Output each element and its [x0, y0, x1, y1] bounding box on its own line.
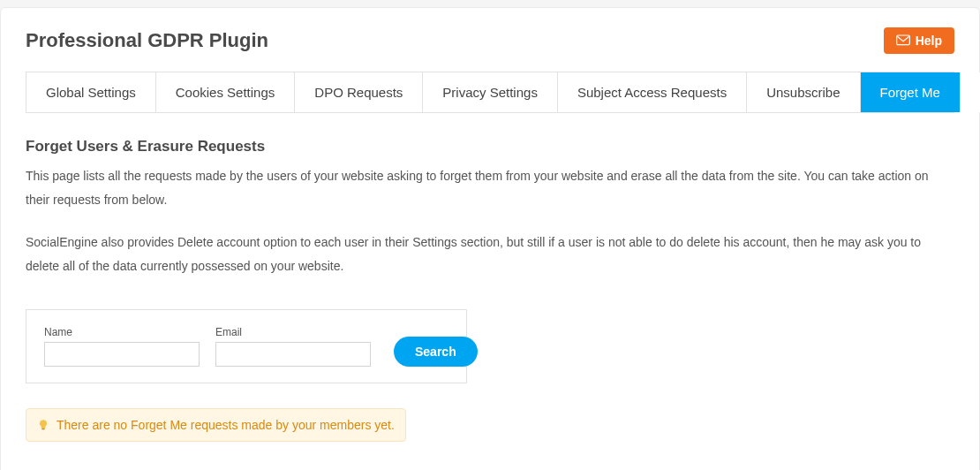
- svg-rect-0: [896, 35, 909, 45]
- tab-subject-access-requests[interactable]: Subject Access Requests: [558, 72, 747, 112]
- email-input[interactable]: [215, 342, 371, 367]
- tab-audit-log[interactable]: Audit Log: [961, 72, 980, 112]
- tab-bar: Global Settings Cookies Settings DPO Req…: [26, 72, 954, 113]
- tab-forget-me[interactable]: Forget Me: [861, 72, 961, 112]
- tab-cookies-settings[interactable]: Cookies Settings: [156, 72, 296, 112]
- gdpr-admin-panel: Professional GDPR Plugin Help Global Set…: [0, 7, 980, 470]
- name-field-wrapper: Name: [44, 326, 200, 367]
- search-filter-box: Name Email Search: [26, 309, 467, 383]
- header-row: Professional GDPR Plugin Help: [26, 27, 954, 54]
- svg-rect-1: [41, 428, 45, 429]
- lightbulb-icon: [37, 419, 49, 431]
- tab-global-settings[interactable]: Global Settings: [26, 72, 156, 112]
- mail-icon: [896, 34, 910, 47]
- name-input[interactable]: [44, 342, 200, 367]
- email-label: Email: [215, 326, 371, 338]
- tab-unsubscribe[interactable]: Unsubscribe: [747, 72, 860, 112]
- search-button[interactable]: Search: [394, 337, 478, 367]
- tab-privacy-settings[interactable]: Privacy Settings: [423, 72, 558, 112]
- section-title: Forget Users & Erasure Requests: [26, 138, 954, 155]
- section-description-2: SocialEngine also provides Delete accoun…: [26, 231, 954, 277]
- help-button[interactable]: Help: [884, 27, 954, 54]
- empty-state-notice: There are no Forget Me requests made by …: [26, 408, 406, 442]
- help-button-label: Help: [916, 34, 942, 48]
- section-description-1: This page lists all the requests made by…: [26, 164, 954, 211]
- page-title: Professional GDPR Plugin: [26, 29, 268, 52]
- email-field-wrapper: Email: [215, 326, 371, 367]
- name-label: Name: [44, 326, 200, 338]
- empty-state-text: There are no Forget Me requests made by …: [57, 418, 395, 432]
- tab-dpo-requests[interactable]: DPO Requests: [295, 72, 423, 112]
